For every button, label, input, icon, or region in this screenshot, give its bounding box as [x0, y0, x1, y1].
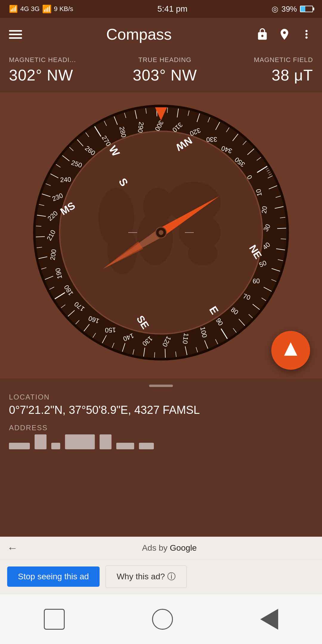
compass-ring-svg: 260 270 280 290 300	[33, 104, 289, 361]
app-bar: Compass	[0, 18, 322, 51]
magnetic-field-col: MAGNETIC FIELD 38 μT	[254, 56, 313, 84]
true-heading-label: TRUE HEADING	[138, 56, 191, 64]
address-blocks	[9, 434, 313, 449]
location-pin-button[interactable]	[278, 28, 291, 41]
svg-text:200: 200	[49, 249, 58, 261]
magnetic-heading-label: MAGNETIC HEADI...	[9, 56, 76, 64]
why-this-ad-button[interactable]: Why this ad? ⓘ	[106, 565, 187, 588]
true-heading-value: 303° NW	[133, 66, 197, 84]
magnetic-field-label: MAGNETIC FIELD	[254, 56, 313, 64]
svg-text:10: 10	[255, 188, 264, 197]
location-section-label: LOCATION	[9, 393, 313, 401]
info-icon: ⓘ	[167, 571, 176, 582]
bottom-info: LOCATION 0°7'21.2"N, 37°50'8.9"E, 4327 F…	[0, 379, 322, 458]
svg-text:330: 330	[206, 136, 217, 143]
recent-apps-button[interactable]	[44, 609, 65, 630]
battery-indicator	[300, 6, 313, 12]
compass-container: 260 270 280 290 300	[33, 104, 289, 361]
header-info: MAGNETIC HEADI... 302° NW TRUE HEADING 3…	[0, 51, 322, 92]
ads-by-google-text: Ads by Google	[24, 543, 315, 553]
status-left: 📶 4G 3G 📶 9 KB/s	[9, 4, 73, 14]
navigation-fab[interactable]	[271, 331, 310, 370]
ad-back-button[interactable]: ←	[7, 542, 18, 554]
battery-fill	[301, 6, 305, 12]
magnetic-heading-col: MAGNETIC HEADI... 302° NW	[9, 56, 76, 84]
status-bar: 📶 4G 3G 📶 9 KB/s 5:41 pm ◎ 39%	[0, 0, 322, 18]
addr-block-6	[116, 443, 134, 449]
menu-button[interactable]	[9, 30, 22, 39]
address-section-label: ADDRESS	[9, 424, 313, 432]
svg-text:20: 20	[260, 206, 269, 214]
wifi-icon: 📶	[42, 4, 52, 14]
ad-banner: ← Ads by Google Stop seeing this ad Why …	[0, 537, 322, 594]
svg-text:240: 240	[60, 176, 71, 183]
top-indicator	[155, 107, 167, 120]
svg-line-64	[36, 237, 45, 237]
svg-line-77	[281, 239, 286, 239]
nav-bar	[0, 594, 322, 644]
svg-text:290: 290	[136, 121, 145, 133]
battery-pct-text: 39%	[281, 4, 297, 14]
svg-point-128	[188, 242, 218, 265]
magnetic-field-value: 38 μT	[272, 66, 313, 84]
svg-line-46	[165, 349, 165, 358]
svg-line-104	[167, 108, 168, 113]
svg-point-133	[159, 230, 163, 235]
addr-block-2	[35, 434, 47, 449]
status-right: ◎ 39%	[272, 4, 313, 14]
back-button[interactable]	[260, 609, 278, 630]
app-title: Compass	[31, 25, 247, 43]
svg-text:150: 150	[105, 326, 116, 334]
addr-block-4	[65, 434, 95, 449]
ads-by-prefix: Ads by	[142, 543, 170, 552]
hamburger-line1	[9, 30, 22, 32]
magnetic-heading-value: 302° NW	[9, 66, 73, 84]
ad-buttons-row: Stop seeing this ad Why this ad? ⓘ	[0, 559, 322, 594]
why-ad-label: Why this ad?	[117, 572, 165, 581]
status-time: 5:41 pm	[157, 4, 188, 14]
home-button[interactable]	[152, 609, 173, 630]
signal-text: 4G 3G	[20, 5, 40, 13]
svg-text:60: 60	[253, 277, 260, 285]
stop-seeing-ad-button[interactable]: Stop seeing this ad	[7, 566, 100, 587]
addr-block-3	[51, 443, 60, 449]
more-options-button[interactable]	[300, 28, 313, 41]
app-bar-icons	[256, 28, 313, 41]
svg-line-95	[36, 226, 41, 226]
ad-top-bar: ← Ads by Google	[0, 537, 322, 559]
lock-button[interactable]	[256, 28, 269, 41]
true-heading-col: TRUE HEADING 303° NW	[133, 56, 197, 84]
google-text: Google	[170, 543, 197, 552]
addr-block-1	[9, 443, 30, 449]
speed-text: 9 KB/s	[54, 5, 73, 13]
location-status-icon: ◎	[272, 4, 278, 14]
hamburger-line2	[9, 34, 22, 35]
svg-line-28	[277, 228, 286, 228]
signal-icon: 📶	[9, 5, 18, 13]
svg-text:110: 110	[181, 332, 190, 344]
compass-area: 260 270 280 290 300	[0, 92, 322, 379]
location-coordinates: 0°7'21.2"N, 37°50'8.9"E, 4327 FAMSL	[9, 404, 313, 417]
drag-handle[interactable]	[149, 385, 173, 387]
hamburger-line3	[9, 37, 22, 39]
addr-block-5	[100, 434, 112, 449]
addr-block-7	[139, 443, 154, 449]
navigation-arrow-icon	[284, 342, 297, 356]
svg-line-86	[154, 352, 155, 357]
